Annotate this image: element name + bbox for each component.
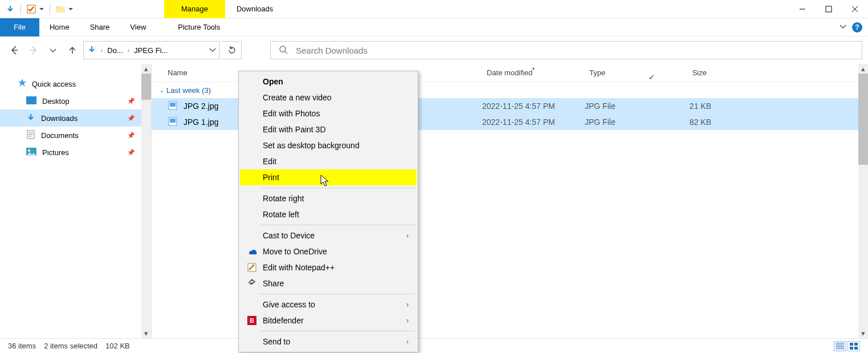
chevron-right-icon[interactable]: › bbox=[125, 47, 132, 54]
file-date: 2022-11-25 4:57 PM bbox=[482, 117, 585, 127]
forward-button[interactable] bbox=[25, 42, 42, 59]
column-header-type[interactable]: Type bbox=[585, 68, 657, 77]
manage-label: Manage bbox=[181, 5, 208, 13]
separator bbox=[21, 4, 21, 14]
scroll-thumb[interactable] bbox=[141, 74, 151, 100]
down-arrow-icon bbox=[87, 45, 96, 56]
search-input[interactable] bbox=[296, 46, 854, 55]
down-arrow-icon bbox=[26, 113, 35, 124]
nav-item-documents[interactable]: Documents 📌 bbox=[0, 127, 151, 144]
up-button[interactable] bbox=[64, 42, 81, 59]
menu-item-rotate-left[interactable]: Rotate left bbox=[240, 206, 417, 222]
menu-item-onedrive[interactable]: Move to OneDrive bbox=[240, 244, 417, 259]
scroll-thumb[interactable] bbox=[858, 74, 868, 165]
nav-scrollbar[interactable] bbox=[141, 64, 151, 338]
menu-item-bitdefender[interactable]: B Bitdefender› bbox=[240, 313, 417, 328]
details-view-button[interactable] bbox=[834, 341, 846, 351]
tab-file-label: File bbox=[14, 23, 26, 31]
title-bar: Manage Downloads bbox=[0, 0, 868, 18]
breadcrumb-segment[interactable]: JPEG Fi... bbox=[134, 46, 168, 55]
window-controls bbox=[789, 0, 868, 18]
maximize-button[interactable] bbox=[816, 0, 842, 18]
svg-text:B: B bbox=[250, 317, 254, 324]
close-button[interactable] bbox=[842, 0, 868, 18]
view-switcher bbox=[834, 341, 860, 351]
menu-item-print[interactable]: Print bbox=[240, 169, 417, 185]
menu-item-new-video[interactable]: Create a new video bbox=[240, 90, 417, 106]
chevron-down-icon: ⌄ bbox=[160, 87, 164, 94]
tab-file[interactable]: File bbox=[0, 18, 39, 36]
tab-share-label: Share bbox=[90, 23, 110, 31]
refresh-button[interactable] bbox=[222, 41, 242, 59]
separator bbox=[50, 4, 50, 14]
menu-item-cast[interactable]: Cast to Device› bbox=[240, 228, 417, 244]
menu-item-label: Open bbox=[263, 77, 283, 86]
scroll-down-button[interactable]: ▾ bbox=[858, 328, 868, 338]
nav-item-downloads[interactable]: Downloads 📌 bbox=[0, 109, 151, 127]
tab-home[interactable]: Home bbox=[39, 18, 80, 36]
nav-quick-access[interactable]: Quick access bbox=[0, 75, 151, 92]
menu-item-share[interactable]: Share bbox=[240, 275, 417, 291]
menu-item-edit-paint3d[interactable]: Edit with Paint 3D bbox=[240, 121, 417, 137]
column-header-size[interactable]: ✓ Size bbox=[657, 68, 711, 77]
folder-dropdown-icon[interactable] bbox=[68, 5, 73, 14]
tab-view-label: View bbox=[130, 23, 146, 31]
menu-item-label: Rotate left bbox=[263, 210, 299, 219]
pin-icon: 📌 bbox=[127, 115, 135, 122]
pin-icon: 📌 bbox=[127, 98, 135, 105]
address-bar[interactable]: › Do... › JPEG Fi... bbox=[83, 41, 220, 59]
check-icon: ✓ bbox=[649, 73, 655, 82]
sort-indicator-icon: ▾ bbox=[532, 66, 535, 71]
nav-item-desktop[interactable]: Desktop 📌 bbox=[0, 92, 151, 109]
svg-rect-1 bbox=[826, 6, 832, 12]
column-header-date[interactable]: ▾ Date modified bbox=[482, 68, 585, 77]
chevron-right-icon[interactable]: › bbox=[99, 47, 105, 54]
desktop-icon bbox=[26, 96, 36, 106]
nav-item-label: Desktop bbox=[42, 97, 70, 106]
menu-item-rotate-right[interactable]: Rotate right bbox=[240, 190, 417, 206]
scroll-up-button[interactable]: ▴ bbox=[858, 64, 868, 74]
search-box[interactable] bbox=[270, 41, 862, 59]
svg-rect-8 bbox=[170, 103, 176, 107]
tab-picture-tools[interactable]: Picture Tools bbox=[168, 18, 230, 36]
svg-rect-10 bbox=[170, 119, 176, 123]
checkbox-icon[interactable] bbox=[27, 5, 36, 14]
menu-item-label: Rotate right bbox=[263, 194, 304, 203]
ribbon-collapse-icon[interactable] bbox=[840, 23, 846, 31]
thumbnails-view-button[interactable] bbox=[847, 341, 860, 351]
menu-item-label: Give access to bbox=[263, 300, 315, 309]
folder-icon[interactable] bbox=[56, 5, 65, 14]
contextual-tab-manage[interactable]: Manage bbox=[164, 0, 225, 18]
column-label: Type bbox=[589, 68, 605, 77]
menu-item-label: Send to bbox=[263, 337, 290, 346]
menu-item-send-to[interactable]: Send to› bbox=[240, 334, 417, 350]
down-arrow-icon[interactable] bbox=[6, 5, 15, 14]
tab-share[interactable]: Share bbox=[80, 18, 120, 36]
breadcrumb-segment[interactable]: Do... bbox=[107, 46, 123, 55]
menu-item-notepadpp[interactable]: Edit with Notepad++ bbox=[240, 259, 417, 275]
menu-separator bbox=[260, 294, 415, 294]
qa-dropdown-icon[interactable] bbox=[39, 5, 44, 14]
submenu-arrow-icon: › bbox=[406, 317, 409, 324]
back-button[interactable] bbox=[6, 42, 23, 59]
image-file-icon bbox=[168, 116, 178, 128]
nav-quick-access-label: Quick access bbox=[32, 80, 76, 88]
menu-item-label: Share bbox=[263, 279, 284, 288]
recent-locations-button[interactable] bbox=[44, 42, 62, 59]
menu-item-edit[interactable]: Edit bbox=[240, 153, 417, 169]
scroll-down-button[interactable]: ▾ bbox=[141, 328, 151, 338]
minimize-button[interactable] bbox=[789, 0, 816, 18]
menu-item-open[interactable]: Open bbox=[240, 74, 417, 90]
help-icon[interactable]: ? bbox=[852, 22, 862, 33]
menu-item-label: Bitdefender bbox=[263, 316, 304, 325]
scroll-up-button[interactable]: ▴ bbox=[141, 64, 151, 74]
menu-item-label: Edit with Notepad++ bbox=[263, 263, 335, 272]
address-dropdown-icon[interactable] bbox=[209, 46, 216, 55]
submenu-arrow-icon: › bbox=[406, 301, 409, 309]
menu-item-edit-photos[interactable]: Edit with Photos bbox=[240, 106, 417, 121]
menu-item-set-background[interactable]: Set as desktop background bbox=[240, 137, 417, 153]
tab-view[interactable]: View bbox=[120, 18, 156, 36]
menu-item-label: Cast to Device bbox=[263, 231, 315, 240]
nav-item-pictures[interactable]: Pictures 📌 bbox=[0, 144, 151, 161]
menu-item-give-access[interactable]: Give access to› bbox=[240, 297, 417, 313]
